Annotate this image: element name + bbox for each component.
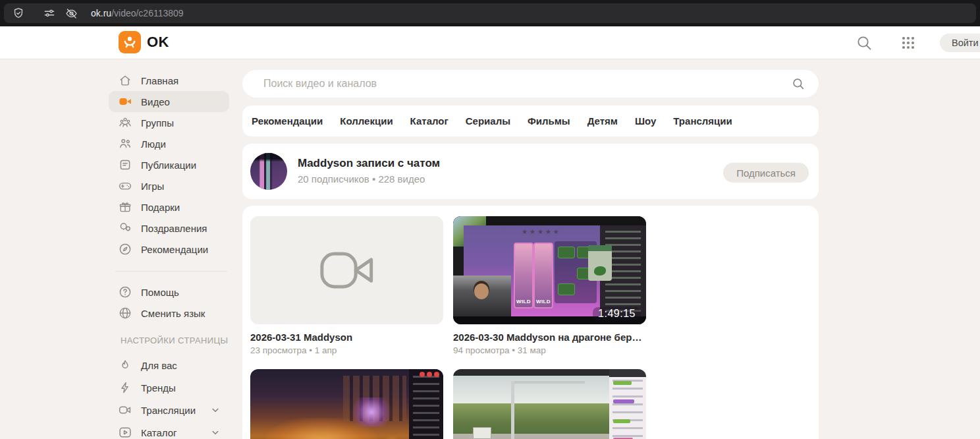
video-thumbnail-4[interactable]: [453, 369, 646, 439]
channel-name[interactable]: Maddyson записи с чатом: [298, 157, 440, 170]
chevron-down-icon: [209, 426, 221, 438]
search-icon[interactable]: [791, 76, 805, 91]
search-input[interactable]: [262, 77, 791, 90]
catalog-play-icon: [118, 425, 132, 439]
video-placeholder-icon: [318, 250, 376, 291]
sidebar-item-help[interactable]: Помощь: [109, 281, 229, 303]
sidebar-settings-nav: Для вас Тренды Трансляции Каталог: [109, 354, 229, 439]
chat-username-tag: [613, 399, 634, 403]
browser-address-bar[interactable]: ok.ru/video/c26113809: [4, 3, 976, 23]
sidebar-item-gifts[interactable]: Подарки: [109, 196, 229, 218]
shield-icon[interactable]: [12, 7, 25, 20]
sidebar-item-label: Группы: [141, 117, 174, 129]
sidebar-item-video[interactable]: Видео: [109, 91, 229, 112]
sidebar-item-label: Публикации: [141, 160, 196, 171]
thumb-light-flare: [350, 397, 393, 426]
sidebar-main-nav: Главная Видео Группы Люди Публикации Игр…: [109, 70, 229, 260]
thumb-mission-panel: [588, 245, 612, 281]
streamer-head: [474, 283, 489, 299]
sidebar-item-recommendations[interactable]: Рекомендации: [109, 239, 229, 260]
video-thumbnail-1[interactable]: [250, 216, 443, 324]
flame-icon: [118, 358, 132, 372]
ok-logo-icon: [119, 31, 141, 53]
sidebar-item-label: Каталог: [141, 427, 177, 438]
url-host: ok.ru: [91, 8, 111, 18]
sidebar-item-label: Главная: [141, 75, 178, 86]
video-title[interactable]: 2026-03-31 Maddyson: [250, 332, 443, 343]
sidebar-item-groups[interactable]: Группы: [109, 112, 229, 133]
lightning-icon: [118, 380, 132, 395]
url-text[interactable]: ok.ru/video/c26113809: [91, 8, 184, 18]
sidebar-item-catalog[interactable]: Каталог: [109, 421, 229, 439]
tab-kids[interactable]: Детям: [587, 115, 618, 127]
tab-streams[interactable]: Трансляции: [673, 115, 732, 127]
browser-top-bar: ok.ru/video/c26113809: [0, 0, 980, 26]
header-search-icon[interactable]: [855, 34, 873, 52]
channel-header-card: Maddyson записи с чатом 20 подписчиков •…: [242, 144, 819, 199]
sidebar-item-publications[interactable]: Публикации: [109, 154, 229, 175]
wild-label: WILD: [516, 299, 531, 307]
chevron-down-icon: [209, 404, 221, 416]
tab-catalog[interactable]: Каталог: [410, 115, 449, 127]
sidebar-item-home[interactable]: Главная: [109, 70, 229, 91]
channel-avatar[interactable]: [250, 153, 287, 190]
chat-username-tag: [613, 381, 632, 385]
sidebar-item-congratulations[interactable]: Поздравления: [109, 218, 229, 239]
sidebar-secondary-nav: Помощь Сменить язык: [109, 281, 229, 324]
sidebar-item-label: Люди: [141, 138, 166, 150]
tab-movies[interactable]: Фильмы: [528, 115, 570, 127]
tracking-controls-icon[interactable]: [43, 7, 56, 20]
sidebar-item-for-you[interactable]: Для вас: [109, 354, 229, 376]
people-icon: [118, 136, 132, 151]
tab-collections[interactable]: Коллекции: [340, 115, 393, 127]
video-camera-icon: [118, 94, 132, 109]
sidebar-divider: [115, 271, 227, 272]
slot-wild-column: WILD: [514, 243, 533, 308]
thumb-chat-layer: [409, 369, 443, 439]
thumb-chat-header: [609, 369, 646, 377]
ok-logo[interactable]: OK: [119, 31, 169, 53]
road-sign: [473, 427, 491, 439]
video-search-bar: [242, 70, 819, 98]
thumb-chat-layer: [609, 369, 646, 439]
sidebar-item-label: Игры: [141, 181, 164, 192]
sidebar-item-label: Подарки: [141, 202, 180, 213]
sidebar-item-people[interactable]: Люди: [109, 133, 229, 154]
login-button[interactable]: Войти: [940, 34, 980, 52]
duration-badge: 1:49:15: [593, 307, 641, 320]
globe-icon: [118, 306, 132, 320]
document-icon: [118, 158, 132, 172]
slot-symbol: [558, 247, 575, 258]
page-settings-section-title: НАСТРОЙКИ СТРАНИЦЫ: [121, 336, 228, 345]
wild-label: WILD: [536, 299, 551, 307]
sidebar-item-label: Сменить язык: [141, 308, 205, 319]
subscribe-button[interactable]: Подписаться: [723, 163, 809, 183]
eye-off-icon[interactable]: [65, 7, 78, 20]
sidebar-item-label: Для вас: [141, 360, 177, 371]
video-title[interactable]: 2026-03-30 Maddyson на драгоне берёт…: [453, 332, 646, 343]
apps-grid-icon[interactable]: [899, 34, 917, 52]
question-circle-icon: [118, 285, 132, 299]
sidebar-item-label: Поздравления: [141, 223, 207, 234]
slot-wild-column: WILD: [533, 243, 553, 308]
sidebar-item-trends[interactable]: Тренды: [109, 376, 229, 399]
tab-recommendations[interactable]: Рекомендации: [252, 115, 323, 127]
sidebar-item-label: Тренды: [141, 382, 176, 394]
sidebar-item-label: Рекомендации: [141, 244, 208, 255]
chat-username-tag: [613, 419, 630, 423]
gift-icon: [118, 200, 132, 214]
sidebar-item-games[interactable]: Игры: [109, 175, 229, 196]
sidebar-item-label: Помощь: [141, 287, 179, 298]
signal-arm: [511, 381, 585, 384]
category-tabs: Рекомендации Коллекции Каталог Сериалы Ф…: [242, 105, 819, 136]
home-icon: [118, 73, 132, 88]
sidebar-item-label: Трансляции: [141, 405, 196, 416]
video-thumbnail-3[interactable]: [250, 369, 443, 439]
sidebar-item-streams[interactable]: Трансляции: [109, 399, 229, 421]
avatar-image: [250, 153, 287, 190]
tab-series[interactable]: Сериалы: [466, 115, 510, 127]
site-header: OK Войти: [0, 26, 980, 59]
video-thumbnail-2[interactable]: WILD WILD 1:49:15: [453, 216, 646, 324]
tab-show[interactable]: Шоу: [635, 115, 656, 127]
sidebar-item-change-language[interactable]: Сменить язык: [109, 303, 229, 324]
